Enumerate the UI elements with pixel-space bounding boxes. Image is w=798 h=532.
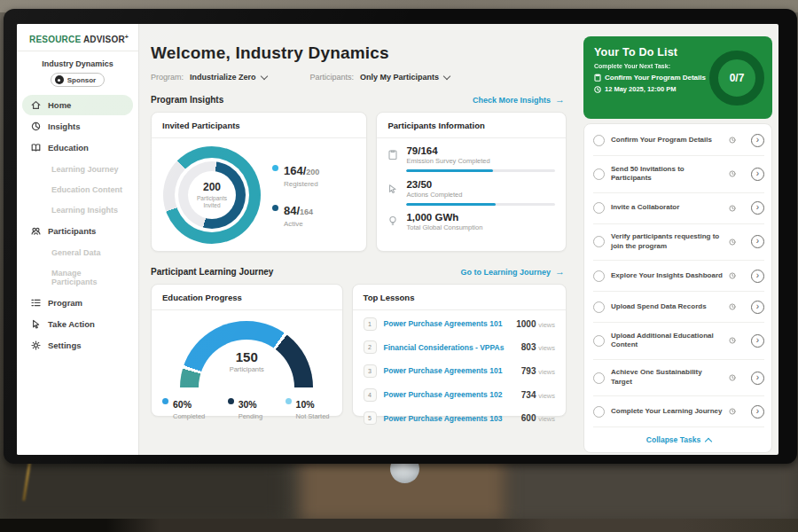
brand-primary: RESOURCE [29, 35, 81, 44]
task-row-invite-collaborator[interactable]: Invite a Collaborator › [593, 193, 764, 224]
task-go-button[interactable]: › [751, 301, 764, 314]
education-gauge-chart: 150 Participants [180, 321, 313, 387]
donut-center-value: 200 [203, 181, 221, 193]
sponsor-badge: Sponsor [51, 73, 105, 87]
sidebar-item-insights[interactable]: Insights [22, 116, 133, 137]
legend-dot [272, 165, 278, 171]
sponsor-label: Sponsor [67, 76, 96, 84]
todo-subtitle: Complete Your Next Task: [594, 63, 706, 69]
gauge-center-label: Participants [180, 365, 313, 373]
sidebar-item-program[interactable]: Program [22, 293, 133, 313]
sidebar-item-take-action[interactable]: Take Action [22, 314, 133, 334]
task-checkbox[interactable] [593, 135, 605, 146]
sidebar-item-learning-journey[interactable]: Learning Journey [22, 159, 133, 179]
actions-completed-row: 23/50 Actions Completed [387, 179, 555, 206]
lesson-row: 2 Financial Considerations - VPPAs 803 v… [364, 336, 555, 360]
sidebar-item-label: Learning Journey [51, 165, 119, 174]
task-checkbox[interactable] [593, 270, 605, 282]
clock-icon [729, 170, 736, 177]
sidebar-item-label: Participants [48, 226, 96, 236]
legend-dot [162, 398, 168, 404]
clock-icon [729, 205, 736, 212]
clock-icon [729, 239, 736, 246]
task-go-button[interactable]: › [751, 405, 764, 419]
go-to-learning-journey-link[interactable]: Go to Learning Journey → [460, 267, 565, 277]
task-checkbox[interactable] [593, 236, 605, 247]
task-go-button[interactable]: › [751, 334, 764, 348]
arrow-right-icon: → [555, 267, 565, 277]
divider [17, 51, 138, 51]
task-go-button[interactable]: › [751, 270, 764, 283]
participants-dropdown[interactable]: Only My Participants [360, 73, 450, 82]
clock-icon [729, 137, 736, 144]
task-go-button[interactable]: › [751, 372, 764, 385]
todo-next-task: Confirm Your Program Details [594, 74, 706, 82]
task-row-upload-educational-content[interactable]: Upload Additional Educational Content › [593, 323, 764, 360]
sidebar-item-label: General Data [51, 248, 101, 257]
sidebar-item-label: Home [48, 100, 71, 110]
lesson-link[interactable]: Power Purchase Agreements 103 [384, 414, 514, 423]
task-row-upload-spend-data[interactable]: Upload Spend Data Records › [593, 292, 764, 323]
task-row-verify-participants[interactable]: Verify participants requesting to join t… [593, 224, 764, 262]
task-go-button[interactable]: › [751, 168, 764, 181]
arrow-right-icon: → [555, 95, 565, 105]
clock-icon [729, 272, 736, 279]
task-checkbox[interactable] [593, 335, 605, 347]
lesson-link[interactable]: Financial Considerations - VPPAs [384, 343, 514, 352]
app-logo: RESOURCE ADVISOR+ [17, 24, 138, 51]
sidebar-item-label: Learning Insights [51, 206, 118, 215]
background-floor-strip [0, 519, 798, 532]
sidebar-item-label: Insights [48, 121, 80, 131]
emission-survey-row: 79/164 Emission Survey Completed [387, 145, 555, 172]
lesson-rank: 1 [364, 317, 377, 331]
lesson-link[interactable]: Power Purchase Agreements 101 [384, 366, 514, 375]
sidebar-item-learning-insights[interactable]: Learning Insights [22, 200, 133, 220]
task-row-explore-insights[interactable]: Explore Your Insights Dashboard › [593, 261, 764, 292]
check-more-insights-link[interactable]: Check More Insights → [473, 95, 565, 105]
program-icon [31, 298, 41, 308]
sidebar-item-education-content[interactable]: Education Content [22, 179, 133, 200]
task-checkbox[interactable] [593, 301, 605, 313]
clock-icon [729, 408, 736, 415]
task-row-confirm-program[interactable]: Confirm Your Program Details › [593, 125, 764, 156]
donut-center-label: Participants Invited [189, 195, 235, 210]
legend-not-started: 10% Not Started [286, 395, 330, 420]
sidebar-item-participants[interactable]: Participants [22, 221, 133, 241]
program-dropdown[interactable]: Industrialize Zero [190, 73, 267, 82]
task-checkbox[interactable] [593, 168, 605, 180]
invited-donut-chart: 200 Participants Invited [163, 146, 261, 244]
card-title: Invited Participants [152, 113, 366, 138]
task-go-button[interactable]: › [751, 235, 764, 248]
task-row-achieve-target[interactable]: Achieve One Sustainability Target › [593, 360, 764, 397]
task-row-send-invitations[interactable]: Send 50 Invitations to Participants › [593, 156, 764, 193]
sidebar-item-home[interactable]: Home [22, 95, 133, 115]
participants-filter-label: Participants: [310, 73, 355, 82]
task-checkbox[interactable] [593, 372, 605, 384]
collapse-tasks-link[interactable]: Collapse Tasks [593, 427, 764, 449]
lesson-rank: 4 [364, 388, 377, 402]
task-go-button[interactable]: › [751, 201, 764, 215]
legend-registered: 164/200 Registered [272, 162, 319, 188]
todo-panel: Your To Do List Complete Your Next Task:… [575, 24, 778, 455]
sidebar-item-settings[interactable]: Settings [22, 335, 133, 356]
invited-participants-card: Invited Participants 200 Participants In… [151, 112, 367, 252]
program-insights-header: Program Insights Check More Insights → [151, 95, 567, 105]
sidebar-item-education[interactable]: Education [22, 137, 133, 158]
home-icon [31, 100, 41, 110]
clock-icon [594, 86, 601, 93]
lesson-link[interactable]: Power Purchase Agreements 101 [384, 319, 510, 328]
learning-journey-header: Participant Learning Journey Go to Learn… [151, 267, 567, 277]
task-checkbox[interactable] [593, 406, 605, 418]
participants-icon [31, 226, 41, 236]
sidebar-item-label: Education [48, 143, 89, 153]
survey-icon [387, 145, 399, 172]
legend-pending: 30% Pending [228, 395, 263, 420]
participants-dropdown-value: Only My Participants [360, 73, 439, 82]
insights-icon [31, 121, 41, 131]
task-checkbox[interactable] [593, 202, 605, 214]
task-row-complete-learning-journey[interactable]: Complete Your Learning Journey › [593, 396, 764, 427]
sidebar-item-general-data[interactable]: General Data [22, 242, 133, 262]
sidebar-item-manage-participants[interactable]: Manage Participants [22, 262, 133, 292]
task-go-button[interactable]: › [751, 134, 764, 147]
lesson-link[interactable]: Power Purchase Agreements 102 [384, 390, 514, 399]
